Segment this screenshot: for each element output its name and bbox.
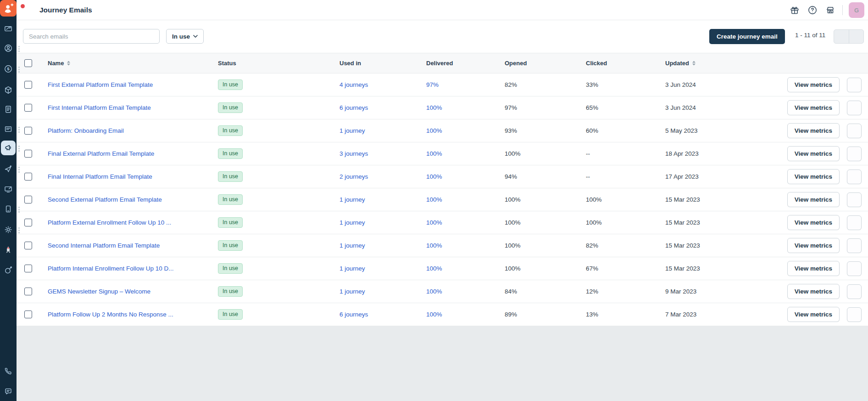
view-metrics-button[interactable]: View metrics (787, 307, 840, 322)
labs-icon[interactable] (4, 265, 13, 275)
view-metrics-button[interactable]: View metrics (787, 192, 840, 207)
view-metrics-button[interactable]: View metrics (787, 146, 840, 161)
clicked-value: 60% (579, 127, 658, 134)
view-metrics-button[interactable]: View metrics (787, 169, 840, 184)
table-row: GEMS Newsletter Signup – Welcome In use … (17, 280, 868, 303)
app-logo-icon[interactable] (0, 0, 17, 17)
row-checkbox[interactable] (24, 104, 32, 112)
content-icon[interactable] (4, 105, 13, 114)
storefront-icon[interactable] (825, 5, 835, 15)
row-checkbox[interactable] (24, 288, 32, 295)
next-page-button[interactable] (849, 30, 864, 43)
delivered-link[interactable]: 100% (426, 104, 442, 111)
lists-icon[interactable] (4, 124, 13, 134)
row-checkbox[interactable] (24, 173, 32, 181)
studio-icon[interactable] (4, 185, 13, 194)
row-more-button[interactable] (847, 169, 862, 184)
row-more-button[interactable] (847, 124, 862, 138)
status-badge: In use (218, 148, 243, 159)
used-in-link[interactable]: 1 journey (339, 127, 365, 134)
used-in-link[interactable]: 1 journey (339, 196, 365, 203)
delivered-link[interactable]: 100% (426, 173, 442, 180)
row-checkbox[interactable] (24, 196, 32, 203)
row-checkbox[interactable] (24, 150, 32, 158)
view-metrics-button[interactable]: View metrics (787, 77, 840, 92)
people-icon[interactable] (4, 44, 13, 53)
column-header-status: Status (211, 60, 332, 67)
email-name-link[interactable]: GEMS Newsletter Signup – Welcome (48, 288, 150, 295)
used-in-link[interactable]: 4 journeys (339, 81, 368, 88)
packages-icon[interactable] (4, 85, 13, 95)
row-checkbox[interactable] (24, 265, 32, 272)
view-metrics-button[interactable]: View metrics (787, 238, 840, 253)
row-checkbox[interactable] (24, 311, 32, 318)
help-icon[interactable] (807, 5, 818, 15)
email-name-link[interactable]: Platform: Onboarding Email (48, 127, 124, 134)
used-in-link[interactable]: 1 journey (339, 265, 365, 272)
used-in-link[interactable]: 1 journey (339, 288, 365, 295)
feedback-chat-icon[interactable] (4, 387, 13, 396)
row-checkbox[interactable] (24, 81, 32, 89)
used-in-link[interactable]: 6 journeys (339, 311, 368, 318)
used-in-link[interactable]: 1 journey (339, 219, 365, 226)
topbar: Journey Emails G (17, 0, 868, 20)
email-name-link[interactable]: Platform Internal Enrollment Follow Up 1… (48, 265, 174, 272)
used-in-link[interactable]: 6 journeys (339, 104, 368, 111)
row-more-button[interactable] (847, 215, 862, 230)
row-checkbox[interactable] (24, 219, 32, 226)
delivered-link[interactable]: 100% (426, 127, 442, 134)
create-journey-email-button[interactable]: Create journey email (709, 29, 785, 44)
email-name-link[interactable]: Platform External Enrollment Follow Up 1… (48, 219, 171, 226)
delivered-link[interactable]: 100% (426, 150, 442, 157)
previous-page-button[interactable] (834, 30, 849, 43)
delivered-link[interactable]: 100% (426, 219, 442, 226)
user-avatar[interactable]: G (849, 2, 864, 18)
row-checkbox[interactable] (24, 242, 32, 249)
campaigns-icon[interactable] (4, 24, 13, 33)
row-more-button[interactable] (847, 238, 862, 253)
row-more-button[interactable] (847, 261, 862, 276)
gift-icon[interactable] (790, 5, 800, 15)
row-more-button[interactable] (847, 147, 862, 161)
email-name-link[interactable]: Second External Platform Email Template (48, 196, 162, 203)
journeys-icon[interactable] (4, 164, 13, 174)
status-filter-dropdown[interactable]: In use (166, 29, 204, 44)
used-in-link[interactable]: 2 journeys (339, 173, 368, 180)
row-more-button[interactable] (847, 101, 862, 115)
view-metrics-button[interactable]: View metrics (787, 261, 840, 276)
view-metrics-button[interactable]: View metrics (787, 215, 840, 230)
view-metrics-button[interactable]: View metrics (787, 100, 840, 115)
table-header: Name Status Used in Delivered Opened Cli… (17, 53, 868, 73)
view-metrics-button[interactable]: View metrics (787, 284, 840, 299)
select-all-checkbox[interactable] (24, 59, 32, 67)
row-more-button[interactable] (847, 307, 862, 322)
column-header-name[interactable]: Name (48, 60, 71, 67)
email-name-link[interactable]: Final External Platform Email Template (48, 150, 154, 157)
getting-started-rocket-icon[interactable] (4, 246, 13, 255)
row-more-button[interactable] (847, 284, 862, 299)
row-checkbox[interactable] (24, 127, 32, 135)
email-name-link[interactable]: Final Internal Platform Email Template (48, 173, 152, 180)
delivered-link[interactable]: 97% (426, 81, 439, 88)
row-more-button[interactable] (847, 78, 862, 92)
billing-icon[interactable]: $ (4, 64, 13, 73)
support-phone-icon[interactable] (4, 367, 13, 376)
delivered-link[interactable]: 100% (426, 265, 442, 272)
delivered-link[interactable]: 100% (426, 196, 442, 203)
broadcasts-icon-active[interactable] (1, 141, 16, 155)
email-name-link[interactable]: First External Platform Email Template (48, 81, 153, 88)
used-in-link[interactable]: 1 journey (339, 242, 365, 249)
column-header-updated[interactable]: Updated (665, 60, 696, 67)
email-name-link[interactable]: Second Internal Platform Email Template (48, 242, 160, 249)
settings-icon[interactable] (4, 225, 13, 234)
delivered-link[interactable]: 100% (426, 288, 442, 295)
email-name-link[interactable]: Platform Follow Up 2 Months No Response … (48, 311, 173, 318)
delivered-link[interactable]: 100% (426, 311, 442, 318)
row-more-button[interactable] (847, 192, 862, 207)
used-in-link[interactable]: 3 journeys (339, 150, 368, 157)
devices-icon[interactable] (4, 204, 13, 214)
email-name-link[interactable]: First Internal Platform Email Template (48, 104, 151, 111)
delivered-link[interactable]: 100% (426, 242, 442, 249)
view-metrics-button[interactable]: View metrics (787, 123, 840, 138)
search-input[interactable] (23, 29, 160, 44)
